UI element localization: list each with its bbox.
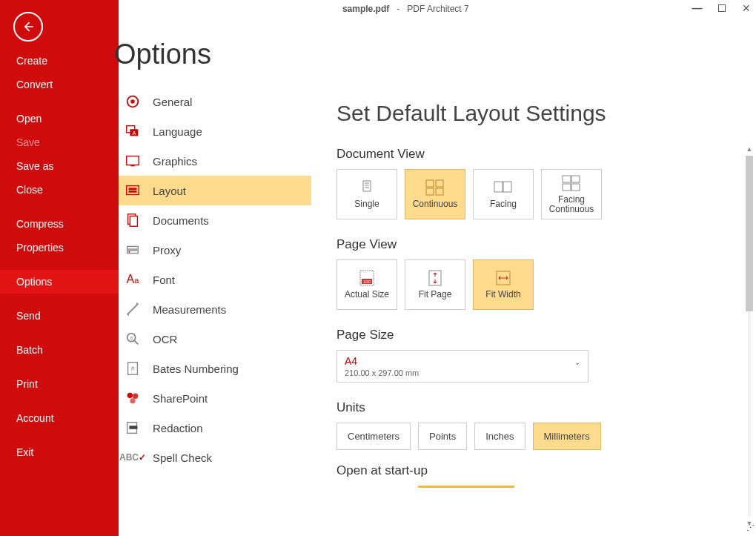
svg-rect-29 xyxy=(426,180,434,187)
svg-rect-7 xyxy=(127,186,139,195)
page-view-label: Page View xyxy=(336,237,756,252)
sidebar-item-print[interactable]: Print xyxy=(0,372,119,396)
app-name: PDF Architect 7 xyxy=(407,4,468,14)
graphics-icon xyxy=(123,151,142,171)
language-icon: A xyxy=(123,122,142,141)
category-label: Spell Check xyxy=(153,451,212,464)
documents-icon xyxy=(123,211,142,230)
sidebar-item-compress[interactable]: Compress xyxy=(0,212,119,236)
category-documents[interactable]: Documents xyxy=(119,205,311,235)
svg-rect-11 xyxy=(130,216,137,227)
svg-text:a: a xyxy=(130,335,133,340)
category-label: Proxy xyxy=(153,244,181,257)
unit-centimeters[interactable]: Centimeters xyxy=(336,423,411,450)
category-label: Measurements xyxy=(153,303,226,316)
sidebar-item-open[interactable]: Open xyxy=(0,107,119,130)
svg-text:A: A xyxy=(132,130,136,136)
pageview-option-fit-page[interactable]: Fit Page xyxy=(405,259,465,310)
arrow-left-icon xyxy=(21,19,36,34)
docview-option-facing-continuous[interactable]: Facing Continuous xyxy=(541,169,602,219)
docview-option-single[interactable]: Single xyxy=(336,169,397,219)
chevron-down-icon: ⌄ xyxy=(574,358,580,366)
sidebar-item-properties[interactable]: Properties xyxy=(0,236,119,259)
category-proxy[interactable]: Proxy xyxy=(119,235,311,265)
sidebar-item-send[interactable]: Send xyxy=(0,304,119,328)
svg-rect-9 xyxy=(129,191,137,193)
sidebar-item-convert[interactable]: Convert xyxy=(0,73,119,96)
svg-rect-37 xyxy=(563,184,571,191)
docview-option-facing[interactable]: Facing xyxy=(473,169,534,219)
svg-rect-12 xyxy=(127,246,139,249)
scroll-thumb[interactable] xyxy=(746,156,753,311)
category-redaction[interactable]: Redaction xyxy=(119,413,311,443)
measurements-icon xyxy=(123,300,142,319)
sidebar-item-close[interactable]: Close xyxy=(0,178,119,202)
sidebar-item-save[interactable]: Save xyxy=(0,130,119,154)
sidebar-item-create[interactable]: Create xyxy=(0,49,119,73)
category-measurements[interactable]: Measurements xyxy=(119,294,311,324)
sidebar-item-options[interactable]: Options xyxy=(0,270,119,294)
resize-grip-icon[interactable]: ⋰ xyxy=(746,523,753,533)
svg-rect-38 xyxy=(571,184,580,191)
category-bates[interactable]: #Bates Numbering xyxy=(119,354,311,383)
sidebar-item-account[interactable]: Account xyxy=(0,406,119,430)
scroll-up-icon[interactable]: ▲ xyxy=(746,145,753,153)
file-menu-sidebar: CreateConvertOpenSaveSave asCloseCompres… xyxy=(0,0,119,536)
svg-point-22 xyxy=(130,398,135,403)
document-name: sample.pdf xyxy=(342,4,389,14)
facing-continuous-icon xyxy=(561,174,582,192)
general-icon xyxy=(123,92,142,111)
docview-option-continuous[interactable]: Continuous xyxy=(405,169,465,219)
category-graphics[interactable]: Graphics xyxy=(119,146,311,176)
category-ocr[interactable]: aOCR xyxy=(119,324,311,354)
category-general[interactable]: General xyxy=(119,87,311,116)
tile-label: Fit Width xyxy=(485,290,520,300)
category-label: Documents xyxy=(153,214,209,227)
tile-label: Continuous xyxy=(413,199,458,209)
back-button[interactable] xyxy=(13,12,43,42)
sidebar-item-save-as[interactable]: Save as xyxy=(0,154,119,178)
pageview-option-fit-width[interactable]: Fit Width xyxy=(473,259,534,310)
close-button[interactable]: × xyxy=(742,3,750,13)
category-label: SharePoint xyxy=(153,392,208,405)
svg-rect-8 xyxy=(129,188,137,190)
svg-rect-35 xyxy=(563,176,571,182)
category-sharepoint[interactable]: SharePoint xyxy=(119,383,311,413)
unit-millimeters[interactable]: Millimeters xyxy=(533,423,601,450)
sidebar-item-exit[interactable]: Exit xyxy=(0,440,119,464)
svg-rect-24 xyxy=(129,426,137,429)
svg-rect-36 xyxy=(571,176,580,182)
category-label: Redaction xyxy=(153,422,203,434)
unit-inches[interactable]: Inches xyxy=(474,423,525,450)
redaction-icon xyxy=(123,418,142,437)
category-label: OCR xyxy=(153,333,177,345)
facing-icon xyxy=(493,179,514,196)
panel-scrollbar[interactable]: ▲ ▼ xyxy=(746,145,753,527)
continuous-icon xyxy=(425,179,445,196)
fit-width-icon xyxy=(494,269,512,287)
category-label: Language xyxy=(153,125,202,138)
units-label: Units xyxy=(336,400,756,415)
tile-label: Actual Size xyxy=(345,290,389,300)
svg-point-21 xyxy=(133,394,138,399)
category-label: General xyxy=(153,96,192,108)
category-font[interactable]: AaFont xyxy=(119,265,311,294)
category-language[interactable]: ALanguage xyxy=(119,116,311,146)
sidebar-item-batch[interactable]: Batch xyxy=(0,338,119,362)
category-spellcheck[interactable]: ABC✓Spell Check xyxy=(119,443,311,472)
minimize-button[interactable]: — xyxy=(692,3,702,13)
page-size-detail: 210.00 x 297.00 mm xyxy=(345,368,580,377)
page-title: Options xyxy=(114,33,311,87)
svg-rect-31 xyxy=(426,188,434,195)
svg-point-1 xyxy=(130,99,135,104)
pageview-option-actual-size[interactable]: 100Actual Size xyxy=(336,259,397,310)
category-layout[interactable]: Layout xyxy=(119,176,311,205)
maximize-button[interactable] xyxy=(718,3,726,13)
options-panel: Set Default Layout Settings Document Vie… xyxy=(311,0,756,536)
page-size-select[interactable]: A4 210.00 x 297.00 mm ⌄ xyxy=(336,350,588,383)
unit-points[interactable]: Points xyxy=(418,423,467,450)
svg-rect-6 xyxy=(130,165,135,167)
page-size-label: Page Size xyxy=(336,328,756,343)
category-label: Layout xyxy=(153,185,186,197)
proxy-icon xyxy=(123,240,142,259)
